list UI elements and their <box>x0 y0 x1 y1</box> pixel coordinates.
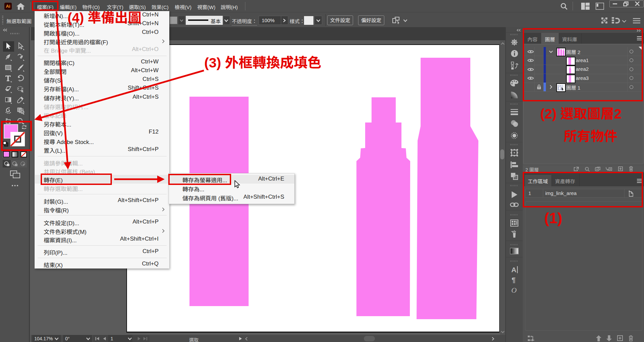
svg-text:A: A <box>511 266 516 274</box>
svg-text:O: O <box>511 287 517 294</box>
svg-text:¶: ¶ <box>512 276 516 284</box>
